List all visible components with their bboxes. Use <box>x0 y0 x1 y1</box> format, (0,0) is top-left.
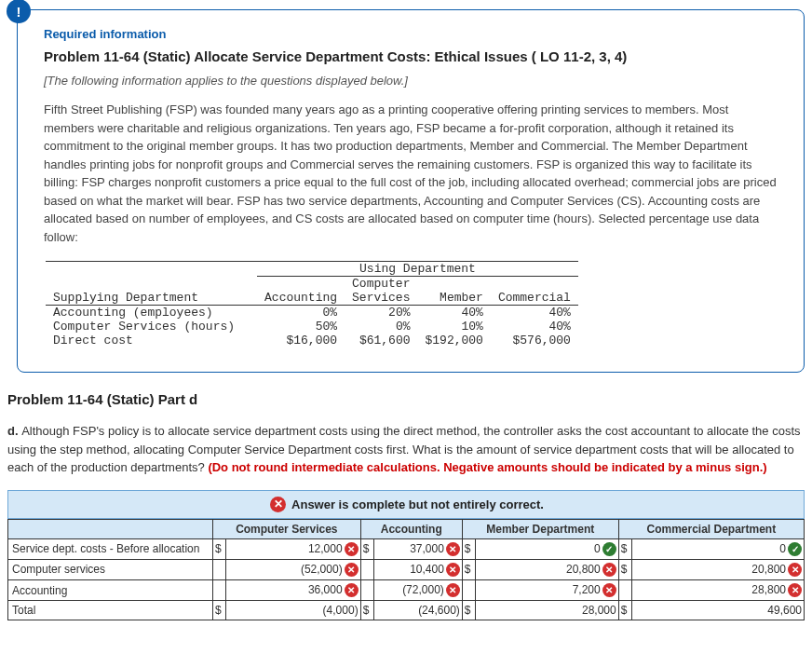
value-cell[interactable]: 10,400 <box>373 559 462 579</box>
part-lead: d. <box>7 424 21 438</box>
value-cell[interactable]: 28,000 <box>475 601 618 620</box>
alert-icon: ! <box>7 0 31 23</box>
currency-cell: $ <box>360 601 373 620</box>
feedback-bar: Answer is complete but not entirely corr… <box>7 490 805 519</box>
value-cell[interactable]: 0 <box>631 538 804 559</box>
currency-cell: $ <box>618 538 631 559</box>
currency-cell <box>213 559 226 579</box>
value-cell[interactable]: (52,000) <box>226 559 361 579</box>
answer-header-row: Computer Services Accounting Member Depa… <box>8 519 805 538</box>
applies-note: [The following information applies to th… <box>44 74 781 88</box>
part-body: d. Although FSP's policy is to allocate … <box>7 422 805 477</box>
usage-row: Direct cost $16,000 $61,600 $192,000 $57… <box>46 334 578 347</box>
currency-cell: $ <box>618 601 631 620</box>
x-icon <box>446 542 460 556</box>
col-member: Member <box>417 291 490 306</box>
value-cell[interactable]: 49,600 <box>631 601 804 620</box>
x-icon <box>446 583 460 597</box>
check-icon <box>602 542 616 556</box>
x-icon <box>345 583 359 597</box>
col-supply: Supplying Department <box>46 291 242 306</box>
value-cell[interactable]: 12,000 <box>226 538 361 559</box>
answer-table: Computer Services Accounting Member Depa… <box>7 519 805 621</box>
value-cell[interactable]: (72,000) <box>373 580 462 601</box>
value-cell[interactable]: 20,800 <box>631 559 804 579</box>
usage-table: Using Department Computer Supplying Depa… <box>46 261 578 347</box>
answer-row: Total$(4,000)$(24,600)$28,000$49,600 <box>8 601 805 620</box>
value-cell[interactable]: 28,800 <box>631 580 804 601</box>
currency-cell: $ <box>462 559 475 579</box>
x-icon <box>270 497 286 512</box>
x-icon <box>345 542 359 556</box>
currency-cell: $ <box>462 601 475 620</box>
col-accounting: Accounting <box>257 291 345 306</box>
currency-cell: $ <box>213 601 226 620</box>
col-cs: Services <box>345 291 417 306</box>
x-icon <box>788 583 802 597</box>
currency-cell: $ <box>360 538 373 559</box>
x-icon <box>602 563 616 577</box>
currency-cell <box>360 559 373 579</box>
part-red-note: (Do not round intermediate calculations.… <box>208 460 766 474</box>
row-label: Accounting <box>8 580 213 601</box>
problem-body: Fifth Street Publishing (FSP) was founde… <box>44 101 781 246</box>
required-label: Required information <box>44 27 781 41</box>
row-label: Computer services <box>8 559 213 579</box>
part-title: Problem 11-64 (Static) Part d <box>7 391 805 407</box>
usage-group-header: Using Department <box>257 262 578 277</box>
value-cell[interactable]: 37,000 <box>373 538 462 559</box>
value-cell[interactable]: 7,200 <box>475 580 618 601</box>
value-cell[interactable]: (24,600) <box>373 601 462 620</box>
row-label: Total <box>8 601 213 620</box>
value-cell[interactable]: 36,000 <box>226 580 361 601</box>
x-icon <box>602 583 616 597</box>
problem-title: Problem 11-64 (Static) Allocate Service … <box>44 48 781 64</box>
value-cell[interactable]: 20,800 <box>475 559 618 579</box>
answer-row: Accounting36,000(72,000)7,20028,800 <box>8 580 805 601</box>
x-icon <box>446 563 460 577</box>
row-label: Service dept. costs - Before allocation <box>8 538 213 559</box>
answer-row: Computer services(52,000)10,400$20,800$2… <box>8 559 805 579</box>
currency-cell <box>462 580 475 601</box>
currency-cell: $ <box>618 559 631 579</box>
x-icon <box>788 563 802 577</box>
info-card: ! Required information Problem 11-64 (St… <box>17 9 805 373</box>
check-icon <box>788 542 802 556</box>
value-cell[interactable]: 0 <box>475 538 618 559</box>
x-icon <box>345 563 359 577</box>
currency-cell <box>618 580 631 601</box>
value-cell[interactable]: (4,000) <box>226 601 361 620</box>
usage-row: Accounting (employees) 0% 20% 40% 40% <box>46 306 578 320</box>
currency-cell <box>360 580 373 601</box>
currency-cell: $ <box>462 538 475 559</box>
usage-row: Computer Services (hours) 50% 0% 10% 40% <box>46 320 578 334</box>
answer-block: Answer is complete but not entirely corr… <box>7 490 805 621</box>
col-commercial: Commercial <box>491 291 578 306</box>
answer-row: Service dept. costs - Before allocation$… <box>8 538 805 559</box>
feedback-text: Answer is complete but not entirely corr… <box>291 497 544 511</box>
currency-cell <box>213 580 226 601</box>
currency-cell: $ <box>213 538 226 559</box>
